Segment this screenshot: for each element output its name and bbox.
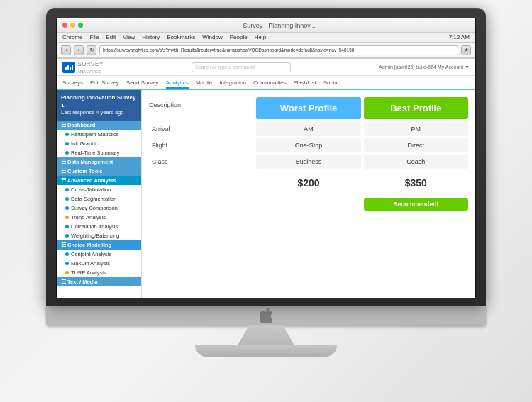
sidebar-item-cross-tab[interactable]: Cross-Tabulation: [57, 185, 141, 194]
browser-time: 7:12 AM: [449, 34, 470, 40]
nav-analytics[interactable]: Analytics: [166, 78, 189, 89]
sa-main: Planning Innovation Survey 1 Last respon…: [57, 90, 475, 298]
sidebar-item-conjoint[interactable]: Conjoint Analysis: [57, 250, 141, 259]
sidebar-section-custom-tools[interactable]: ☰ Custom Tools: [57, 167, 141, 176]
menu-chrome[interactable]: Chrome: [62, 34, 82, 40]
refresh-button[interactable]: ↻: [87, 45, 96, 55]
bar4: [72, 65, 73, 70]
search-placeholder: Search or type a command: [195, 65, 255, 69]
sidebar-item-turf[interactable]: TURF Analysis: [57, 268, 141, 277]
dot-red[interactable]: [62, 23, 67, 28]
sidebar-item-realtime[interactable]: Real-Time Summary: [57, 148, 141, 157]
forward-button[interactable]: ›: [74, 45, 84, 55]
sidebar-last-response: Last response 4 years ago: [61, 109, 137, 117]
menu-people[interactable]: People: [230, 34, 248, 40]
survey-comp-label: Survey Comparison: [71, 205, 118, 211]
menu-file[interactable]: File: [89, 34, 99, 40]
sidebar-section-choice[interactable]: ☰ Choice Modelling: [57, 240, 141, 250]
url-bar[interactable]: https://surveyanalytics.com/s/s?m=th_Res…: [99, 45, 458, 55]
menu-edit[interactable]: Edit: [106, 34, 116, 40]
imac-stand-neck: [238, 325, 294, 345]
ct-recommended-spacer1: [149, 196, 253, 211]
menu-bookmarks[interactable]: Bookmarks: [167, 34, 195, 40]
dot-green[interactable]: [78, 23, 83, 28]
nav-social[interactable]: Social: [323, 78, 339, 87]
sidebar-item-correlation[interactable]: Correlation Analysis: [57, 222, 141, 231]
maxdiff-label: MaxDiff Analysis: [71, 260, 110, 267]
bar3: [70, 67, 71, 70]
apple-logo-icon: [260, 308, 272, 323]
dot-survey-comp: [65, 206, 69, 210]
ct-row-class: Class Business Coach: [149, 155, 468, 169]
custom-tools-label: ☰ Custom Tools: [61, 168, 103, 174]
dot-correlation: [65, 225, 69, 228]
ct-label-class: Class: [149, 155, 253, 169]
sidebar-section-advanced[interactable]: ☰ Advanced Analysis: [57, 176, 141, 185]
dot-yellow[interactable]: [70, 23, 75, 28]
sidebar-item-data-seg[interactable]: Data Segmentation: [57, 194, 141, 203]
ct-worst-arrival: AM: [256, 122, 360, 136]
sidebar-item-maxdiff[interactable]: MaxDiff Analysis: [57, 259, 141, 268]
data-seg-label: Data Segmentation: [71, 196, 116, 202]
browser-titlebar: Survey - Planning Innov...: [57, 18, 475, 33]
choice-label: ☰ Choice Modelling: [61, 242, 111, 248]
sidebar-section-dashboard[interactable]: ☰ Dashboard: [57, 121, 141, 130]
sidebar-item-infographic[interactable]: InfoGraphic: [57, 139, 141, 148]
nav-communities[interactable]: Communities: [253, 78, 287, 87]
bookmark-button[interactable]: ★: [461, 45, 471, 55]
nav-flashlist[interactable]: FlashList: [294, 78, 316, 87]
dot-trend: [65, 216, 69, 219]
back-button[interactable]: ‹: [61, 45, 71, 55]
sidebar-section-data-mgmt[interactable]: ☰ Data Management: [57, 157, 141, 167]
user-info: Admin [aaw626] build-664 My Account ▼: [379, 65, 470, 69]
dot-infographic: [65, 142, 69, 145]
correlation-label: Correlation Analysis: [71, 223, 118, 230]
dot-realtime: [65, 151, 69, 155]
sidebar-section-text[interactable]: ☰ Text / Media: [57, 277, 141, 286]
nav-edit-survey[interactable]: Edit Survey: [90, 78, 119, 87]
nav-surveys[interactable]: Surveys: [62, 78, 83, 87]
ct-worst-class: Business: [256, 155, 360, 169]
ct-worst-price: $200: [256, 173, 360, 193]
cross-tab-label: Cross-Tabulation: [71, 186, 111, 193]
sa-logo-text: SURVEY ANALYTICS: [77, 60, 104, 74]
dot-participant: [65, 133, 69, 136]
sidebar-item-trend[interactable]: Trend Analysis: [57, 213, 141, 222]
imac-screen-inner: Survey - Planning Innov... Chrome File E…: [56, 18, 476, 298]
trend-label: Trend Analysis: [71, 214, 106, 220]
ct-best-arrival: PM: [364, 122, 468, 136]
logo-survey: SURVEY: [77, 60, 104, 67]
imac-screen-bezel: Survey - Planning Innov... Chrome File E…: [46, 8, 486, 306]
menu-view[interactable]: View: [123, 34, 135, 40]
sidebar-item-survey-comp[interactable]: Survey Comparison: [57, 203, 141, 213]
ct-row-flight: Flight One-Stop Direct: [149, 138, 468, 152]
search-bar[interactable]: Search or type a command: [192, 62, 291, 72]
turf-label: TURF Analysis: [71, 269, 106, 276]
sidebar-survey-info: Planning Innovation Survey 1 Last respon…: [57, 90, 141, 121]
nav-mobile[interactable]: Mobile: [196, 78, 213, 87]
sa-nav: Surveys Edit Survey Send Survey Analytic…: [57, 76, 475, 90]
ct-recommended-spacer2: [256, 196, 360, 211]
menu-window[interactable]: Window: [202, 34, 222, 40]
browser-dots: [62, 23, 83, 28]
sa-sidebar: Planning Innovation Survey 1 Last respon…: [57, 90, 142, 298]
infographic-label: InfoGraphic: [71, 140, 99, 147]
menu-help[interactable]: Help: [255, 34, 266, 40]
dot-data-seg: [65, 197, 69, 201]
url-text: https://surveyanalytics.com/s/s?m=th_Res…: [103, 48, 354, 52]
sa-logo: SURVEY ANALYTICS: [62, 60, 104, 74]
logo-analytics: ANALYTICS: [77, 69, 101, 74]
advanced-label: ☰ Advanced Analysis: [61, 177, 116, 184]
ct-best-class: Coach: [364, 155, 468, 169]
browser-menu-bar: Chrome File Edit View History Bookmarks …: [57, 33, 475, 43]
nav-integration[interactable]: Integration: [219, 78, 246, 87]
dot-weighting: [65, 234, 69, 238]
sidebar-item-participant-stats[interactable]: Participant Statistics: [57, 130, 141, 139]
dashboard-label: ☰ Dashboard: [61, 122, 95, 128]
sidebar-item-weighting[interactable]: Weighting/Balancing: [57, 231, 141, 240]
menu-history[interactable]: History: [142, 34, 160, 40]
dot-cross-tab: [65, 188, 69, 191]
sa-header: SURVEY ANALYTICS Search or type a comman…: [57, 59, 475, 76]
bar2: [67, 65, 69, 70]
nav-send-survey[interactable]: Send Survey: [126, 78, 159, 87]
